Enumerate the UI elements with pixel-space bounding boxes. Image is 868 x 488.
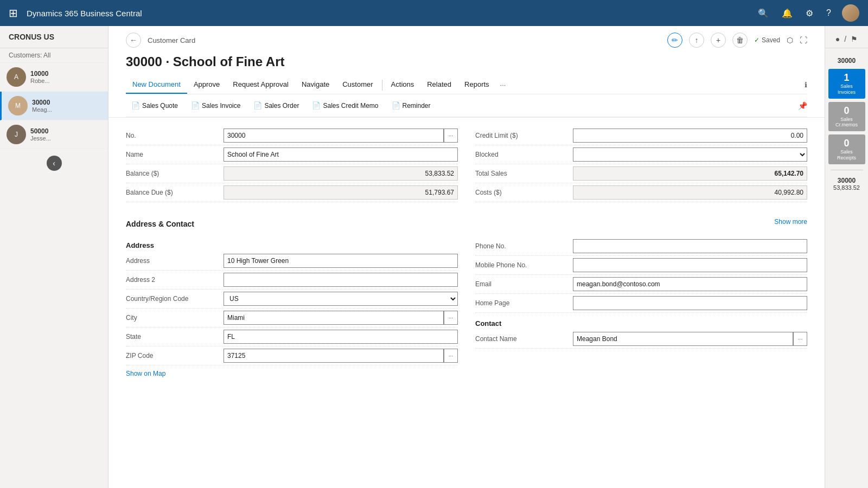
no-ellipsis-button[interactable]: ···	[444, 129, 458, 143]
sidebar-prev-button[interactable]: ‹	[47, 156, 62, 171]
sidebar-item-info-10000: 10000 Robe...	[30, 70, 101, 84]
address-sub-title: Address	[126, 241, 458, 249]
menu-more-button[interactable]: ···	[496, 76, 510, 93]
page-title: 30000 · School of Fine Art	[126, 54, 807, 69]
credit-limit-label: Credit Limit ($)	[475, 132, 573, 139]
app-grid-icon[interactable]: ⊞	[9, 7, 18, 20]
right-card-invoices-num: 1	[831, 72, 863, 84]
menu-item-actions[interactable]: Actions	[385, 76, 421, 94]
address2-value	[224, 273, 458, 287]
menu-item-customer[interactable]: Customer	[336, 76, 379, 94]
mobile-value	[573, 258, 807, 272]
homepage-label: Home Page	[475, 299, 573, 307]
menu-info-icon[interactable]: ℹ	[805, 81, 807, 89]
mobile-input[interactable]	[573, 258, 807, 272]
total-sales-field-row: Total Sales	[475, 164, 807, 183]
right-card-sales-invoices[interactable]: 1 SalesInvoices	[828, 69, 865, 99]
country-field-row: Country/Region Code US	[126, 290, 458, 309]
bookmark-icon[interactable]: ⚑	[851, 35, 858, 43]
costs-field-row: Costs ($)	[475, 183, 807, 202]
saved-badge: ✓ Saved	[754, 36, 780, 44]
no-input[interactable]	[224, 129, 444, 143]
share-button[interactable]: ↑	[689, 33, 704, 48]
balance-due-label: Balance Due ($)	[126, 189, 224, 196]
address-input[interactable]	[224, 254, 458, 268]
back-button[interactable]: ←	[126, 33, 141, 48]
contact-name-field-row: Contact Name ···	[475, 330, 807, 349]
add-button[interactable]: +	[711, 33, 726, 48]
phone-input[interactable]	[573, 239, 807, 253]
show-more-link[interactable]: Show more	[774, 218, 807, 226]
sub-toolbar: 📄 Sales Quote 📄 Sales Invoice 📄 Sales Or…	[126, 94, 807, 117]
saved-label: Saved	[762, 36, 780, 44]
city-input[interactable]	[224, 311, 444, 325]
left-column: No. ··· Name Balance ($)	[126, 126, 458, 202]
delete-button[interactable]: 🗑	[732, 33, 748, 48]
blocked-value: All Invoice Ship	[573, 147, 807, 162]
sidebar-item-10000[interactable]: A 10000 Robe...	[0, 63, 108, 92]
avatar[interactable]	[842, 4, 859, 22]
menu-item-request-approval[interactable]: Request Approval	[226, 76, 295, 94]
blocked-select[interactable]: All Invoice Ship	[573, 147, 807, 162]
city-field-row: City ···	[126, 309, 458, 328]
menu-item-navigate[interactable]: Navigate	[295, 76, 336, 94]
sales-quote-button[interactable]: 📄 Sales Quote	[126, 99, 183, 112]
homepage-input[interactable]	[573, 296, 807, 310]
top-navigation: ⊞ Dynamics 365 Business Central 🔍 🔔 ⚙ ?	[0, 0, 868, 26]
back-icon: ←	[130, 36, 137, 44]
notifications-icon[interactable]: 🔔	[782, 8, 793, 18]
right-card-crmemos-num: 0	[831, 105, 863, 117]
sidebar-item-30000[interactable]: M 30000 Meag...	[0, 92, 108, 120]
email-input[interactable]	[573, 277, 807, 291]
circle-icon[interactable]: ●	[835, 35, 840, 43]
no-field-row: No. ···	[126, 126, 458, 145]
balance-due-input[interactable]	[224, 185, 458, 200]
contact-name-ellipsis-button[interactable]: ···	[793, 332, 807, 346]
open-external-icon[interactable]: ⬡	[787, 36, 793, 44]
menu-item-new-document[interactable]: New Document	[126, 76, 187, 94]
contact-name-input[interactable]	[573, 332, 793, 346]
sidebar: CRONUS US Customers: All A 10000 Robe...…	[0, 26, 108, 488]
contact-name-label: Contact Name	[475, 335, 573, 343]
avatar-30000: M	[8, 96, 28, 115]
menu-item-related[interactable]: Related	[420, 76, 458, 94]
sales-credit-memo-button[interactable]: 📄 Sales Credit Memo	[307, 99, 384, 112]
fullscreen-icon[interactable]: ⛶	[800, 36, 807, 44]
card-header-title: Customer Card	[148, 36, 661, 44]
credit-limit-input[interactable]	[573, 129, 807, 143]
phone-field-row: Phone No.	[475, 237, 807, 256]
reminder-button[interactable]: 📄 Reminder	[386, 99, 436, 112]
right-card-crmemos-label: SalesCr.memos	[831, 117, 863, 129]
country-select[interactable]: US	[224, 292, 458, 306]
mobile-field-row: Mobile Phone No.	[475, 256, 807, 275]
search-icon[interactable]: 🔍	[758, 8, 769, 18]
right-card-sales-crmemos[interactable]: 0 SalesCr.memos	[828, 102, 865, 132]
show-on-map-link[interactable]: Show on Map	[126, 370, 165, 377]
zip-input[interactable]	[224, 349, 444, 363]
sidebar-item-sub-50000: Jesse...	[30, 135, 101, 142]
right-card-sales-receipts[interactable]: 0 SalesReceipts	[828, 134, 865, 164]
total-sales-input[interactable]	[573, 166, 807, 181]
balance-input[interactable]	[224, 166, 458, 181]
costs-value	[573, 185, 807, 200]
sidebar-item-50000[interactable]: J 50000 Jesse...	[0, 120, 108, 149]
menu-item-reports[interactable]: Reports	[458, 76, 496, 94]
name-input[interactable]	[224, 147, 458, 162]
sales-quote-icon: 📄	[131, 101, 140, 110]
costs-input[interactable]	[573, 185, 807, 200]
edit-icon[interactable]: /	[844, 35, 846, 43]
state-input[interactable]	[224, 330, 458, 344]
address-label: Address	[126, 257, 224, 265]
menu-item-approve[interactable]: Approve	[187, 76, 226, 94]
address2-input[interactable]	[224, 273, 458, 287]
zip-ellipsis-button[interactable]: ···	[444, 349, 458, 363]
sales-order-button[interactable]: 📄 Sales Order	[248, 99, 304, 112]
help-icon[interactable]: ?	[826, 8, 831, 18]
settings-icon[interactable]: ⚙	[806, 8, 813, 18]
blocked-label: Blocked	[475, 151, 573, 158]
city-ellipsis-button[interactable]: ···	[444, 311, 458, 325]
state-label: State	[126, 333, 224, 341]
sales-invoice-button[interactable]: 📄 Sales Invoice	[186, 99, 246, 112]
edit-button[interactable]: ✏	[667, 33, 682, 48]
pin-icon[interactable]: 📌	[798, 101, 807, 110]
